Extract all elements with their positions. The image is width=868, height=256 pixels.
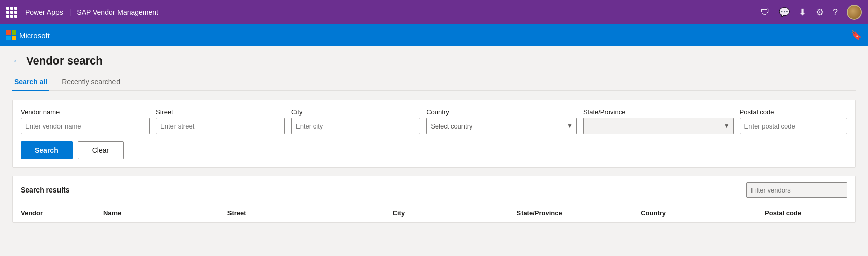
table-header-row: Vendor Name Street City State/Province C… [13,204,855,222]
nav-separator: | [69,8,71,16]
col-postal: Postal code [765,209,847,217]
results-title: Search results [21,186,70,194]
shield-icon[interactable]: 🛡 [761,7,770,18]
ms-logo-squares [6,30,16,40]
country-select[interactable]: Select country [426,118,577,134]
col-state: State/Province [516,209,641,217]
results-table: Vendor Name Street City State/Province C… [13,204,855,222]
city-group: City [291,108,420,134]
postal-code-group: Postal code [740,108,847,134]
state-select[interactable] [583,118,734,134]
col-name: Name [103,209,227,217]
ms-brand-text: Microsoft [19,31,50,40]
results-header: Search results [13,176,855,204]
search-form: Vendor name Street City Country Select c… [12,100,856,168]
nav-left: Power Apps | SAP Vendor Management [6,7,158,18]
tab-recently-searched[interactable]: Recently searched [60,74,122,91]
waffle-menu-icon[interactable] [6,7,17,18]
form-actions: Search Clear [21,141,847,159]
ms-logo: Microsoft [6,30,50,40]
vendor-name-group: Vendor name [21,108,150,134]
ms-bar-right: 🔖 [851,30,862,41]
tab-search-all[interactable]: Search all [12,74,49,91]
clear-button[interactable]: Clear [78,141,124,159]
nav-right: 🛡 💬 ⬇ ⚙ ? [761,5,862,20]
chat-icon[interactable]: 💬 [779,7,790,18]
form-fields-row: Vendor name Street City Country Select c… [21,108,847,134]
settings-icon[interactable]: ⚙ [816,7,824,18]
vendor-name-input[interactable] [21,118,150,134]
page-name: SAP Vendor Management [77,8,158,16]
tabs-bar: Search all Recently searched [12,74,856,91]
bookmark-icon[interactable]: 🔖 [851,30,862,41]
search-button[interactable]: Search [21,141,73,159]
filter-vendors-input[interactable] [746,182,847,198]
vendor-name-label: Vendor name [21,108,150,116]
state-group: State/Province ▼ [583,108,734,134]
results-section: Search results Vendor Name Street City S… [12,176,856,223]
help-icon[interactable]: ? [833,7,838,18]
postal-code-label: Postal code [740,108,847,116]
postal-code-input[interactable] [740,118,847,134]
street-label: Street [156,108,285,116]
microsoft-bar: Microsoft 🔖 [0,24,868,46]
state-label: State/Province [583,108,734,116]
app-name: Power Apps [25,8,63,16]
page-content: ← Vendor search Search all Recently sear… [0,46,868,256]
col-vendor: Vendor [21,209,103,217]
street-group: Street [156,108,285,134]
city-label: City [291,108,420,116]
col-street: Street [227,209,393,217]
top-nav-bar: Power Apps | SAP Vendor Management 🛡 💬 ⬇… [0,0,868,24]
col-country: Country [641,209,765,217]
street-input[interactable] [156,118,285,134]
state-select-wrapper: ▼ [583,118,734,134]
download-icon[interactable]: ⬇ [799,7,806,18]
country-select-wrapper: Select country ▼ [426,118,577,134]
page-title: Vendor search [26,54,103,68]
back-arrow-icon[interactable]: ← [12,56,21,67]
country-group: Country Select country ▼ [426,108,577,134]
country-label: Country [426,108,577,116]
avatar[interactable] [847,5,862,20]
page-header: ← Vendor search [12,54,856,68]
city-input[interactable] [291,118,420,134]
col-city: City [393,209,517,217]
